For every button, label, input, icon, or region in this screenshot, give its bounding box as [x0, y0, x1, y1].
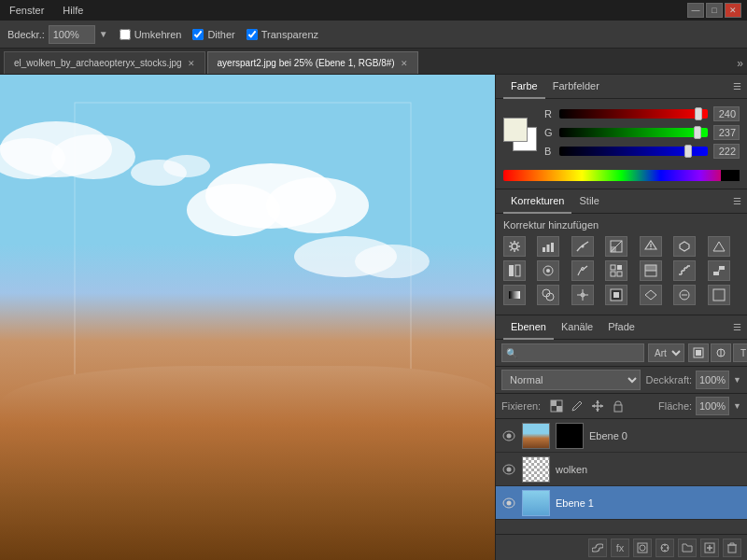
corr-btn-9[interactable]: [708, 285, 730, 305]
corr-btn-photo-filter[interactable]: [537, 260, 559, 281]
fixate-move[interactable]: [589, 399, 606, 413]
corr-btn-6[interactable]: [605, 285, 627, 305]
foreground-color-swatch[interactable]: [503, 118, 528, 142]
opacity-dropdown-icon[interactable]: ▼: [733, 375, 741, 385]
layers-search[interactable]: 🔍: [501, 343, 644, 362]
corr-btn-5[interactable]: [571, 285, 594, 305]
svg-marker-62: [645, 290, 656, 300]
corr-btn-color-lookup[interactable]: [605, 260, 627, 281]
svg-point-7: [355, 245, 430, 278]
tab-pfade[interactable]: Pfade: [600, 315, 642, 340]
flaeche-dropdown-icon[interactable]: ▼: [733, 401, 741, 411]
fixate-lock[interactable]: [610, 399, 627, 413]
tab-ayers[interactable]: ayerspart2.jpg bei 25% (Ebene 1, RGB/8#)…: [207, 51, 418, 74]
tab-ebenen[interactable]: Ebenen: [503, 315, 554, 340]
zoom-dropdown-icon[interactable]: ▼: [99, 29, 108, 39]
add-group-button[interactable]: [678, 539, 697, 557]
red-slider-track[interactable]: [559, 109, 708, 119]
svg-line-19: [511, 249, 513, 251]
link-layers-button[interactable]: [588, 539, 607, 557]
blue-slider-handle[interactable]: [684, 145, 692, 158]
close-button[interactable]: ✕: [725, 3, 741, 18]
tab-stile[interactable]: Stile: [571, 189, 606, 214]
color-panel-menu-icon[interactable]: ☰: [733, 81, 741, 91]
tab-ayers-close[interactable]: ✕: [401, 59, 408, 68]
corr-btn-vibrance[interactable]: [640, 236, 662, 257]
corr-btn-gradient-map[interactable]: [503, 285, 526, 305]
color-spectrum[interactable]: [503, 170, 740, 181]
corr-btn-levels[interactable]: [537, 236, 559, 257]
minimize-button[interactable]: —: [687, 3, 704, 18]
blue-slider-track[interactable]: [559, 147, 708, 156]
tab-kanaele[interactable]: Kanäle: [554, 315, 600, 340]
corr-btn-posterize[interactable]: [673, 260, 696, 281]
add-mask-button[interactable]: [633, 539, 652, 557]
layers-search-input[interactable]: [521, 348, 640, 358]
blend-mode-select[interactable]: Normal: [501, 370, 641, 390]
corr-btn-invert[interactable]: [640, 260, 662, 281]
fixate-checkerboard[interactable]: [548, 399, 565, 413]
svg-marker-77: [596, 409, 599, 412]
red-value-input[interactable]: [713, 106, 740, 121]
canvas-area[interactable]: [0, 75, 495, 560]
delete-layer-button[interactable]: [723, 539, 741, 557]
color-squares[interactable]: [503, 118, 537, 151]
menu-fenster[interactable]: Fenster: [6, 3, 48, 18]
corr-btn-curves[interactable]: [571, 236, 594, 257]
layer-filter-pixel[interactable]: [688, 343, 709, 362]
transparenz-checkbox[interactable]: [247, 29, 258, 40]
green-slider-row: G: [544, 125, 740, 140]
menu-hilfe[interactable]: Hilfe: [59, 3, 87, 18]
zoom-input[interactable]: [49, 25, 95, 44]
green-value-input[interactable]: [713, 125, 740, 140]
maximize-button[interactable]: □: [706, 3, 723, 18]
corrections-panel-menu-icon[interactable]: ☰: [733, 196, 741, 206]
add-adjustment-button[interactable]: [655, 539, 674, 557]
layer-row-wolken[interactable]: wolken: [496, 453, 747, 486]
umkehren-checkbox[interactable]: [120, 29, 131, 40]
layers-panel-menu-icon[interactable]: ☰: [733, 322, 741, 332]
layer-filter-text[interactable]: T: [733, 343, 747, 362]
tab-farbe[interactable]: Farbe: [503, 75, 545, 99]
corr-btn-8[interactable]: [673, 285, 696, 305]
corr-btn-brightness[interactable]: [503, 236, 526, 257]
tab-wolken[interactable]: el_wolken_by_archaeopteryx_stocks.jpg ✕: [4, 51, 205, 74]
tab-farbfelder[interactable]: Farbfelder: [545, 75, 607, 99]
layer-row-ebene0[interactable]: Ebene 0: [496, 419, 747, 453]
dither-checkbox[interactable]: [192, 29, 204, 40]
flaeche-input[interactable]: [696, 397, 729, 415]
corr-btn-channel-mixer[interactable]: [571, 260, 594, 281]
tab-korrekturen[interactable]: Korrekturen: [503, 189, 571, 214]
corrections-grid-row3: [503, 285, 740, 305]
corr-btn-colorbalance[interactable]: [708, 236, 730, 257]
svg-rect-39: [611, 272, 615, 276]
fixate-brush[interactable]: [569, 399, 585, 413]
corr-btn-selective-color[interactable]: [537, 285, 559, 305]
corr-btn-7[interactable]: [640, 285, 662, 305]
umkehren-label: Umkehren: [134, 29, 182, 40]
layers-bottom: fx: [496, 534, 747, 560]
tab-wolken-close[interactable]: ✕: [188, 59, 195, 68]
opacity-input[interactable]: [696, 371, 729, 389]
green-slider-handle[interactable]: [694, 126, 701, 139]
blue-value-input[interactable]: [713, 144, 740, 159]
red-slider-handle[interactable]: [695, 107, 702, 120]
layers-type-filter[interactable]: Art: [648, 343, 684, 362]
add-layer-button[interactable]: [700, 539, 719, 557]
corr-btn-threshold[interactable]: [708, 260, 730, 281]
layer-mask-ebene0: [556, 423, 584, 449]
corr-btn-exposure[interactable]: [605, 236, 627, 257]
layer-visibility-ebene1[interactable]: [501, 496, 516, 511]
layer-row-ebene1[interactable]: Ebene 1: [496, 486, 747, 520]
layer-visibility-ebene0[interactable]: [501, 428, 516, 443]
tabs-more-icon[interactable]: »: [737, 57, 743, 70]
layer-visibility-wolken[interactable]: [501, 462, 516, 477]
svg-point-11: [512, 244, 517, 249]
corr-btn-huesat[interactable]: [673, 236, 696, 257]
color-panel-tabs: Farbe Farbfelder ☰: [496, 75, 747, 99]
green-slider-track[interactable]: [559, 128, 708, 137]
transparenz-label: Transparenz: [261, 29, 318, 40]
corr-btn-bw[interactable]: [503, 260, 526, 281]
layer-filter-adjust[interactable]: [711, 343, 731, 362]
add-style-button[interactable]: fx: [611, 539, 629, 557]
